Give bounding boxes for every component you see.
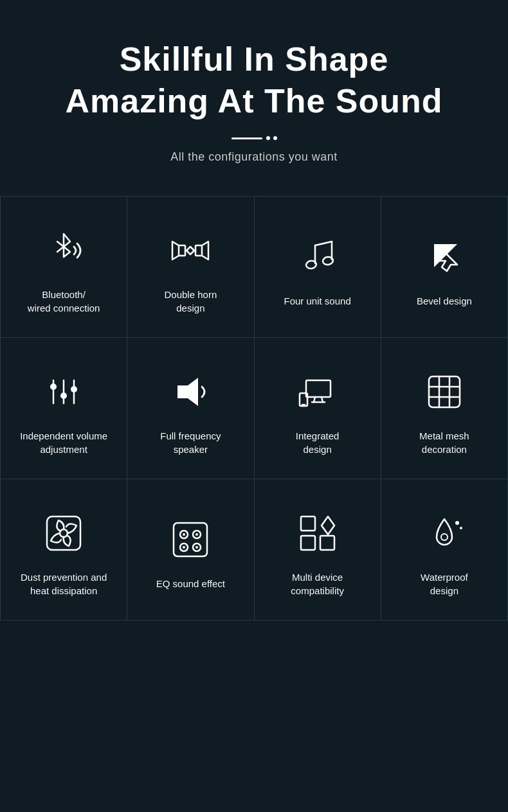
- svg-rect-38: [301, 516, 315, 531]
- sliders-icon: [38, 366, 89, 418]
- divider-line: [231, 137, 262, 139]
- svg-rect-29: [174, 523, 207, 556]
- divider-dots: [266, 136, 277, 140]
- full-freq-label: Full frequencyspeaker: [160, 429, 221, 456]
- svg-point-28: [60, 529, 68, 537]
- feature-eq: EQ sound effect: [127, 479, 254, 621]
- double-horn-label: Double horndesign: [165, 288, 217, 315]
- bevel-label: Bevel design: [417, 294, 472, 308]
- feature-volume: Independent volumeadjustment: [1, 338, 127, 479]
- headline: Skillful In Shape Amazing At The Sound: [65, 39, 442, 122]
- four-unit-label: Four unit sound: [284, 294, 351, 308]
- multi-device-icon: [292, 508, 343, 559]
- svg-rect-0: [179, 245, 185, 256]
- feature-four-unit: Four unit sound: [255, 197, 381, 338]
- svg-rect-27: [47, 516, 80, 550]
- svg-marker-40: [322, 516, 334, 534]
- feature-bluetooth: Bluetooth/wired connection: [1, 197, 127, 338]
- svg-point-43: [455, 521, 459, 525]
- integrated-label: Integrateddesign: [296, 429, 340, 456]
- svg-rect-41: [320, 536, 334, 550]
- feature-double-horn: Double horndesign: [127, 197, 254, 338]
- speaker-icon: [165, 366, 216, 418]
- feature-bevel: Bevel design: [381, 197, 508, 338]
- svg-point-36: [183, 546, 185, 549]
- svg-point-14: [71, 386, 77, 393]
- svg-point-37: [195, 546, 198, 549]
- feature-integrated: Integrateddesign: [255, 338, 381, 479]
- subtitle: All the configurations you want: [65, 150, 442, 164]
- header: Skillful In Shape Amazing At The Sound A…: [52, 0, 455, 196]
- svg-point-34: [183, 533, 185, 536]
- feature-waterproof: Waterproofdesign: [381, 479, 508, 621]
- svg-point-5: [305, 260, 317, 270]
- multi-device-label: Multi devicecompatibility: [291, 570, 344, 597]
- svg-rect-39: [301, 536, 315, 550]
- devices-icon: [292, 366, 343, 418]
- svg-rect-1: [195, 245, 202, 256]
- bluetooth-icon: [38, 225, 89, 276]
- feature-dust: Dust prevention andheat dissipation: [1, 479, 127, 621]
- volume-label: Independent volumeadjustment: [20, 429, 107, 456]
- feature-metal-mesh: Metal meshdecoration: [381, 338, 508, 479]
- mesh-icon: [419, 366, 470, 418]
- svg-point-35: [195, 533, 198, 536]
- bevel-icon: [419, 231, 470, 283]
- eq-icon: [165, 514, 216, 565]
- divider: [65, 136, 442, 140]
- feature-full-freq: Full frequencyspeaker: [127, 338, 254, 479]
- metal-mesh-label: Metal meshdecoration: [419, 429, 469, 456]
- svg-marker-15: [177, 378, 198, 406]
- svg-point-13: [60, 393, 67, 399]
- waterproof-label: Waterproofdesign: [421, 570, 468, 597]
- bluetooth-label: Bluetooth/wired connection: [28, 288, 100, 315]
- svg-marker-7: [434, 244, 457, 267]
- svg-point-6: [322, 256, 334, 266]
- fan-icon: [38, 508, 89, 559]
- svg-point-42: [441, 534, 448, 540]
- svg-point-12: [50, 384, 57, 390]
- feature-multi-device: Multi devicecompatibility: [255, 479, 381, 621]
- dust-label: Dust prevention andheat dissipation: [21, 570, 107, 597]
- svg-rect-16: [306, 380, 331, 397]
- waterproof-icon: [419, 508, 470, 559]
- music-note-icon: [292, 231, 343, 283]
- features-grid: Bluetooth/wired connection Double hornde…: [0, 196, 508, 621]
- svg-marker-8: [439, 252, 457, 271]
- double-horn-icon: [165, 225, 216, 276]
- eq-label: EQ sound effect: [156, 577, 225, 590]
- svg-line-2: [315, 242, 332, 245]
- svg-rect-22: [429, 376, 460, 407]
- svg-point-44: [460, 527, 462, 529]
